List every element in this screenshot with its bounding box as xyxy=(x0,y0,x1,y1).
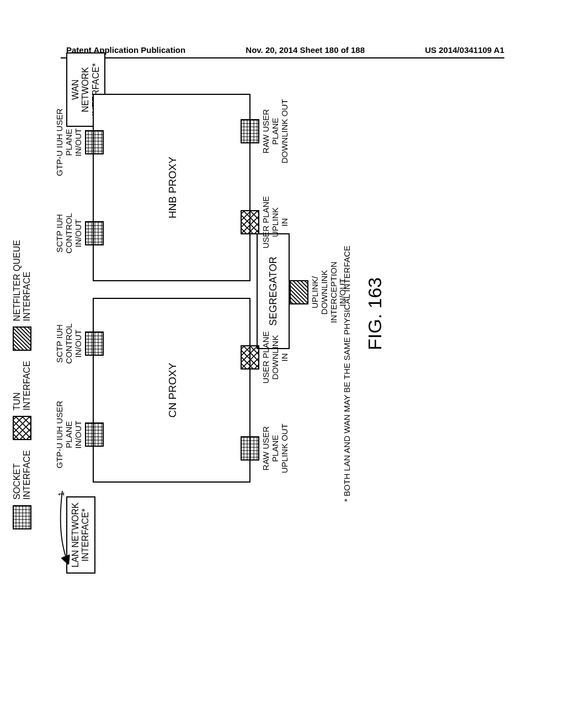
hnb-gtpu-port: GTP-U IUH USER PLANE IN/OUT xyxy=(55,101,104,184)
cn-gtpu-label: GTP-U IUH USER PLANE IN/OUT xyxy=(55,401,83,469)
cn-gtpu-port: GTP-U IUH USER PLANE IN/OUT xyxy=(55,393,104,476)
legend-netfilter: NETFILTER QUEUE INTERFACE xyxy=(12,240,31,351)
ref-arrow xyxy=(58,485,80,574)
cn-raw-uplink-port: RAW USER PLANE UPLINK OUT xyxy=(241,407,289,490)
socket-icon xyxy=(85,331,104,356)
svg-rect-16 xyxy=(86,131,103,154)
socket-icon xyxy=(85,221,104,245)
svg-rect-12 xyxy=(241,346,259,369)
legend-tun-label: TUN INTERFACE xyxy=(12,361,31,410)
cn-proxy-title: CN PROXY xyxy=(167,299,179,481)
legend-socket-label: SOCKET INTERFACE xyxy=(12,450,31,500)
segregator-block: SEGREGATOR xyxy=(257,233,290,349)
header-right: US 2014/0341109 A1 xyxy=(425,45,504,55)
socket-icon xyxy=(85,422,104,447)
cn-sctp-label: SCTP IUH CONTROL IN/OUT xyxy=(55,323,83,363)
hnb-sctp-label: SCTP IUH CONTROL IN/OUT xyxy=(55,213,83,253)
hnb-raw-dnlink-label: RAW USER PLANE DOWNLINK OUT xyxy=(262,99,289,164)
svg-rect-2 xyxy=(13,416,31,440)
legend-row: SOCKET INTERFACE TUN INTERFACE xyxy=(6,66,39,529)
cn-raw-uplink-label: RAW USER PLANE UPLINK OUT xyxy=(262,424,289,473)
footnote: * BOTH LAN AND WAN MAY BE THE SAME PHYSI… xyxy=(342,245,351,502)
svg-rect-20 xyxy=(241,120,259,143)
cn-proxy-block: CN PROXY GTP-U IUH USER PLANE IN/OUT SCT… xyxy=(93,298,250,483)
svg-rect-8 xyxy=(86,332,103,355)
svg-rect-6 xyxy=(86,423,103,446)
hnb-sctp-port: SCTP IUH CONTROL IN/OUT xyxy=(55,192,104,275)
legend-socket: SOCKET INTERFACE xyxy=(12,450,31,529)
header-center: Nov. 20, 2014 Sheet 180 of 188 xyxy=(246,45,365,55)
netfilter-icon xyxy=(13,326,31,351)
figure-caption: FIG. 163 xyxy=(364,277,386,350)
hnb-raw-dnlink-port: RAW USER PLANE DOWNLINK OUT xyxy=(241,90,289,173)
socket-icon xyxy=(241,119,259,143)
svg-rect-4 xyxy=(13,327,31,350)
tun-icon xyxy=(241,210,259,234)
svg-rect-10 xyxy=(241,437,259,460)
tun-icon xyxy=(13,416,31,440)
socket-icon xyxy=(13,505,31,529)
svg-rect-22 xyxy=(290,281,308,304)
svg-rect-14 xyxy=(86,222,103,245)
hnb-proxy-title: HNB PROXY xyxy=(167,95,179,280)
figure-diagram: SOCKET INTERFACE TUN INTERFACE xyxy=(6,143,557,574)
hnb-proxy-block: HNB PROXY SCTP IUH CONTROL IN/OUT GTP-U … xyxy=(93,94,250,281)
legend-netfilter-label: NETFILTER QUEUE INTERFACE xyxy=(12,240,31,321)
legend-tun: TUN INTERFACE xyxy=(12,361,31,440)
segregator-title: SEGREGATOR xyxy=(268,256,279,325)
header-rule xyxy=(61,57,504,58)
socket-icon xyxy=(85,130,104,154)
svg-rect-0 xyxy=(13,506,31,529)
svg-rect-18 xyxy=(241,211,259,234)
socket-icon xyxy=(241,436,259,461)
cn-sctp-port: SCTP IUH CONTROL IN/OUT xyxy=(55,302,104,385)
segregator-intercept-port: UPLINK/ DOWNLINK INTERCEPTION IN/OUT xyxy=(290,251,348,334)
netfilter-icon xyxy=(290,280,308,304)
hnb-gtpu-label: GTP-U IUH USER PLANE IN/OUT xyxy=(55,109,83,176)
